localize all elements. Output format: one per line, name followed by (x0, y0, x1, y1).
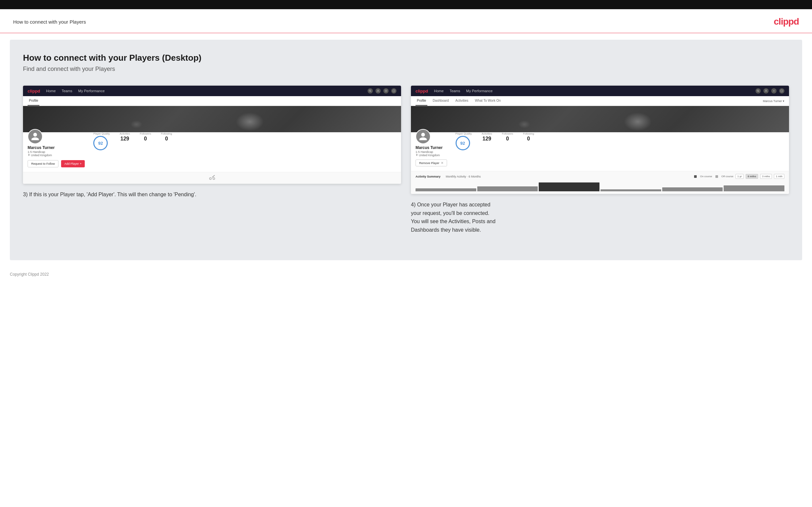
right-banner-overlay (411, 106, 789, 132)
right-quality-circle: 92 (456, 136, 470, 150)
period-1mth-btn[interactable]: 1 mth (774, 174, 784, 179)
left-player-section: Marcus Turner 1-5 Handicap United Kingdo… (23, 132, 401, 172)
activity-summary-section: Activity Summary Monthly Activity · 6 Mo… (411, 171, 789, 194)
right-activities-value: 129 (481, 136, 492, 142)
svg-point-6 (757, 90, 759, 92)
svg-line-1 (370, 91, 371, 92)
left-quality-circle: 92 (93, 136, 108, 150)
right-settings-icon[interactable] (771, 88, 776, 94)
right-following-label: Following (523, 132, 534, 135)
activity-title: Activity Summary (415, 175, 441, 178)
left-banner-overlay (23, 106, 401, 132)
left-following-group: Following 0 (161, 132, 172, 142)
chart-bar-4 (601, 189, 661, 191)
page-subtitle: Find and connect with your Players (23, 66, 789, 72)
right-tab-what-to-work[interactable]: What To Work On (474, 96, 502, 106)
right-quality-group: Player Quality 92 (456, 132, 472, 150)
left-following-value: 0 (161, 136, 172, 142)
right-nav-home: Home (434, 89, 444, 93)
left-screenshot-col: clippd Home Teams My Performance (23, 86, 401, 234)
left-app-banner (23, 106, 401, 132)
copyright-text: Copyright Clippd 2022 (10, 272, 49, 277)
right-tab-activities[interactable]: Activities (454, 96, 469, 106)
add-player-button[interactable]: Add Player + (61, 160, 85, 167)
right-nav-teams: Teams (450, 89, 460, 93)
left-app-nav: clippd Home Teams My Performance (23, 86, 401, 96)
left-followers-value: 0 (140, 136, 151, 142)
on-course-dot (694, 175, 697, 178)
right-user-icon[interactable] (763, 88, 769, 94)
right-quality-label: Player Quality (456, 132, 472, 135)
page-header: How to connect with your Players clippd (0, 9, 812, 33)
right-followers-group: Followers 0 (502, 132, 513, 142)
main-content: How to connect with your Players (Deskto… (10, 40, 802, 260)
chart-bar-5 (662, 187, 723, 191)
right-followers-value: 0 (502, 136, 513, 142)
user-icon[interactable] (375, 88, 381, 94)
page-title: How to connect with your Players (Deskto… (23, 53, 789, 63)
chart-bar-1 (415, 188, 476, 191)
left-activities-value: 129 (119, 136, 130, 142)
right-player-name: Marcus Turner (415, 146, 447, 150)
left-followers-group: Followers 0 (140, 132, 151, 142)
right-user-label[interactable]: Marcus Turner ▾ (763, 100, 784, 103)
right-player-section: Marcus Turner 1-5 Handicap United Kingdo… (411, 132, 789, 171)
right-tab-dashboard[interactable]: Dashboard (431, 96, 450, 106)
svg-point-9 (773, 91, 774, 92)
left-quality-label: Player Quality (93, 132, 110, 135)
right-followers-label: Followers (502, 132, 513, 135)
period-1yr-btn[interactable]: 1 yr (735, 174, 744, 179)
search-icon[interactable] (367, 88, 373, 94)
left-player-avatar (28, 129, 43, 144)
top-bar (0, 0, 812, 9)
right-tab-bar: Profile Dashboard Activities What To Wor… (411, 96, 789, 106)
on-course-label: On course (700, 175, 712, 178)
left-mock-app: clippd Home Teams My Performance (23, 86, 401, 184)
right-activities-label: Activities (481, 132, 492, 135)
right-activities-group: Activities 129 (481, 132, 492, 142)
right-tabs-left: Profile Dashboard Activities What To Wor… (415, 96, 502, 106)
activity-period: Monthly Activity · 6 Months (446, 175, 481, 178)
page-footer: Copyright Clippd 2022 (0, 267, 812, 282)
svg-line-7 (758, 91, 759, 92)
chart-bar-2 (477, 186, 538, 191)
left-quality-group: Player Quality 92 (93, 132, 110, 150)
svg-point-0 (369, 90, 371, 92)
chart-bar-6 (724, 185, 784, 191)
left-tab-bar: Profile (23, 96, 401, 106)
period-3mths-btn[interactable]: 3 mths (760, 174, 772, 179)
right-stats-row: Player Quality 92 Activities 129 Followe (452, 132, 534, 150)
brand-logo: clippd (774, 16, 799, 27)
period-6mths-btn[interactable]: 6 mths (746, 174, 758, 179)
right-nav-performance: My Performance (466, 89, 493, 93)
right-tab-profile[interactable]: Profile (415, 96, 427, 106)
left-nav-performance: My Performance (78, 89, 105, 93)
svg-point-8 (765, 90, 766, 91)
left-btn-row: Request to Follow Add Player + (28, 160, 85, 167)
activity-controls: On course Off course 1 yr 6 mths 3 mths … (694, 174, 784, 179)
right-player-handicap: 1-5 Handicap (415, 150, 447, 154)
left-stats-row: Player Quality 92 Activities 129 Followe (90, 132, 172, 150)
right-mock-app: clippd Home Teams My Performance (411, 86, 789, 194)
left-player-location: United Kingdom (28, 154, 85, 157)
remove-player-button[interactable]: Remove Player ✕ (415, 160, 447, 166)
right-player-avatar (415, 129, 430, 144)
left-nav-icons (367, 88, 397, 94)
right-app-nav: clippd Home Teams My Performance (411, 86, 789, 96)
left-caption: 3) If this is your Player tap, 'Add Play… (23, 190, 401, 199)
right-following-value: 0 (523, 136, 534, 142)
screenshots-row: clippd Home Teams My Performance (23, 86, 789, 234)
right-caption: 4) Once your Player has accepted your re… (411, 201, 789, 234)
settings-icon[interactable] (383, 88, 389, 94)
left-tab-profile[interactable]: Profile (28, 96, 39, 106)
breadcrumb: How to connect with your Players (13, 19, 86, 24)
request-follow-button[interactable]: Request to Follow (28, 160, 58, 167)
left-player-handicap: 1-5 Handicap (28, 150, 85, 154)
right-nav-icons (756, 88, 784, 94)
right-app-banner (411, 106, 789, 132)
left-activities-group: Activities 129 (119, 132, 130, 142)
scissors-area (23, 172, 401, 184)
right-globe-icon[interactable] (779, 88, 784, 94)
right-search-icon[interactable] (756, 88, 761, 94)
globe-icon[interactable] (391, 88, 397, 94)
